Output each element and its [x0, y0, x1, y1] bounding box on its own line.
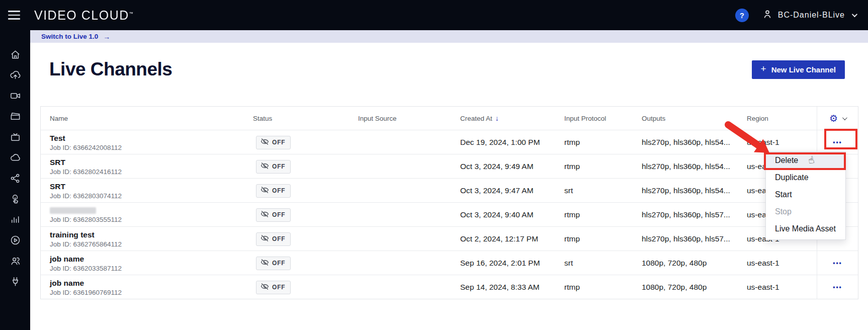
menu-item-live-media-asset[interactable]: Live Media Asset	[766, 220, 845, 237]
sort-descending-icon[interactable]: ↓	[495, 114, 499, 122]
row-actions-ellipsis-button[interactable]: •••	[833, 284, 842, 291]
outputs-cell: 1080p, 720p, 480p	[642, 283, 747, 292]
menu-item-stop: Stop	[766, 203, 845, 220]
channel-name[interactable]: Test	[50, 133, 253, 143]
column-header-input-source[interactable]: Input Source	[358, 115, 460, 122]
created-at-cell: Dec 19, 2024, 1:00 PM	[460, 138, 564, 147]
trademark: ™	[129, 11, 133, 16]
outputs-cell: 1080p, 720p, 480p	[642, 259, 747, 268]
region-cell: us-east-1	[747, 259, 817, 268]
status-text: OFF	[272, 284, 285, 291]
table-row[interactable]: SRT Job ID: 6362802416112 OFF Oct 3, 202…	[41, 154, 858, 178]
outputs-cell: hls270p, hls360p, hls57...	[642, 210, 747, 219]
column-header-input-protocol[interactable]: Input Protocol	[564, 115, 642, 122]
table-row[interactable]: job name Job ID: 6362033587112 OFF Sep 1…	[41, 251, 858, 275]
home-icon[interactable]	[9, 48, 21, 60]
top-bar: VIDEO CLOUD™ ? BC-Daniel-BLive	[0, 0, 868, 30]
status-badge: OFF	[256, 257, 291, 270]
channel-name[interactable]: job name	[50, 278, 253, 288]
row-actions-ellipsis-button[interactable]: •••	[833, 260, 842, 267]
input-protocol-cell: rtmp	[564, 234, 642, 243]
input-protocol-cell: rtmp	[564, 138, 642, 147]
arrow-right-icon: →	[103, 33, 110, 41]
social-sharing-icon[interactable]	[9, 172, 21, 184]
switch-to-live-banner[interactable]: Switch to Live 1.0 →	[30, 30, 868, 43]
table-header: Name Status Input Source Created At↓ Inp…	[41, 107, 858, 130]
channel-name[interactable]: training test	[50, 230, 253, 239]
chevron-down-icon[interactable]	[842, 115, 847, 120]
row-actions-ellipsis-button[interactable]: •••	[833, 139, 842, 146]
status-badge: OFF	[256, 160, 291, 174]
job-id: Job ID: 6362033587112	[50, 264, 253, 273]
table-row[interactable]: training test Job ID: 6362765864112 OFF …	[41, 226, 858, 251]
new-live-channel-button[interactable]: + New Live Channel	[752, 60, 845, 79]
column-header-status[interactable]: Status	[253, 115, 358, 122]
column-header-outputs[interactable]: Outputs	[642, 115, 747, 122]
live-channels-table: Name Status Input Source Created At↓ Inp…	[40, 106, 858, 299]
account-menu[interactable]: BC-Daniel-BLive	[762, 9, 856, 22]
eye-off-icon	[261, 234, 269, 244]
interactivity-icon[interactable]	[9, 193, 21, 205]
eye-off-icon	[261, 137, 269, 148]
status-badge: OFF	[256, 232, 291, 246]
menu-item-duplicate[interactable]: Duplicate	[766, 169, 845, 186]
status-badge: OFF	[256, 136, 291, 149]
table-row[interactable]: Job ID: 6362803555112 OFF Oct 3, 2024, 9…	[41, 202, 858, 226]
hamburger-menu-icon[interactable]	[8, 11, 20, 19]
chevron-down-icon[interactable]	[852, 12, 857, 17]
created-at-cell: Sep 14, 2024, 8:33 AM	[460, 283, 564, 292]
input-protocol-cell: rtmp	[564, 210, 642, 219]
outputs-cell: hls270p, hls360p, hls54...	[642, 162, 747, 171]
created-at-cell: Sep 16, 2024, 2:01 PM	[460, 259, 564, 268]
table-row[interactable]: job name Job ID: 6361960769112 OFF Sep 1…	[41, 275, 858, 299]
created-at-cell: Oct 3, 2024, 9:47 AM	[460, 186, 564, 195]
menu-item-start[interactable]: Start	[766, 186, 845, 203]
integrations-plug-icon[interactable]	[9, 275, 21, 287]
region-cell: us-east-1	[747, 283, 817, 292]
channel-name[interactable]: job name	[50, 254, 253, 264]
job-id: Job ID: 6362803074112	[50, 192, 253, 200]
cloud-upload-icon[interactable]	[9, 69, 21, 81]
user-icon	[762, 9, 773, 22]
table-row[interactable]: SRT Job ID: 6362803074112 OFF Oct 3, 202…	[41, 178, 858, 202]
table-row[interactable]: Test Job ID: 6366242008112 OFF Dec 19, 2…	[41, 130, 858, 154]
status-badge: OFF	[256, 281, 291, 294]
channel-name[interactable]: SRT	[50, 157, 253, 167]
video-camera-icon[interactable]	[9, 90, 21, 102]
region-cell: us-east-1	[747, 138, 817, 147]
switch-to-live-link[interactable]: Switch to Live 1.0	[41, 33, 98, 40]
created-at-cell: Oct 2, 2024, 12:17 PM	[460, 234, 564, 243]
live-tv-icon[interactable]	[9, 131, 21, 143]
account-name: BC-Daniel-BLive	[778, 11, 845, 20]
sidebar-nav	[0, 30, 30, 330]
plus-icon: +	[761, 63, 766, 74]
created-at-cell: Oct 3, 2024, 9:40 AM	[460, 210, 564, 219]
table-body: Test Job ID: 6366242008112 OFF Dec 19, 2…	[41, 130, 858, 299]
eye-off-icon	[261, 210, 269, 220]
main-content: Switch to Live 1.0 → Live Channels + New…	[30, 30, 868, 330]
status-badge: OFF	[256, 208, 291, 222]
page-title: Live Channels	[49, 59, 172, 80]
outputs-cell: hls270p, hls360p, hls54...	[642, 186, 747, 195]
input-protocol-cell: rtmp	[564, 162, 642, 171]
input-protocol-cell: srt	[564, 259, 642, 268]
analytics-icon[interactable]	[9, 213, 21, 225]
eye-off-icon	[261, 282, 269, 293]
cloud-icon[interactable]	[9, 151, 21, 163]
column-settings-gear-icon[interactable]: ⚙	[829, 114, 838, 123]
status-text: OFF	[272, 139, 285, 146]
outputs-cell: hls270p, hls360p, hls54...	[642, 138, 747, 147]
column-header-created-at[interactable]: Created At↓	[460, 114, 564, 122]
column-header-name[interactable]: Name	[41, 115, 253, 122]
players-icon[interactable]	[9, 234, 21, 246]
menu-item-delete[interactable]: Delete	[766, 152, 845, 169]
status-text: OFF	[272, 163, 285, 170]
video-cloud-logo: VIDEO CLOUD™	[34, 8, 133, 23]
channel-name[interactable]: SRT	[50, 182, 253, 191]
job-id: Job ID: 6362802416112	[50, 168, 253, 176]
playlists-icon[interactable]	[9, 110, 21, 122]
channel-name[interactable]	[50, 207, 96, 214]
column-header-region[interactable]: Region	[747, 115, 817, 122]
audience-icon[interactable]	[9, 255, 21, 267]
help-button[interactable]: ?	[735, 9, 749, 22]
